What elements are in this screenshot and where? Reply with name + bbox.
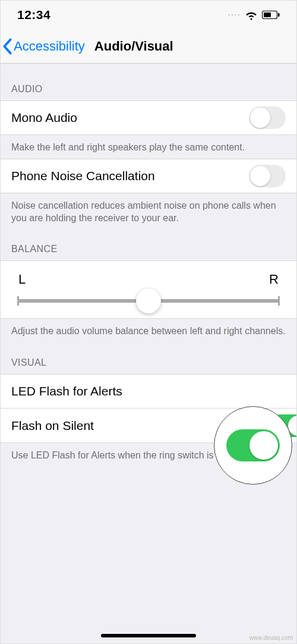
balance-right-label: R — [269, 272, 279, 287]
balance-slider-knob[interactable] — [136, 288, 161, 313]
svg-rect-1 — [264, 12, 271, 17]
led-flash-row: LED Flash for Alerts — [1, 374, 296, 409]
balance-slider[interactable] — [17, 299, 280, 303]
status-bar: 12:34 ···· — [1, 1, 296, 29]
annotation-magnifier — [214, 406, 292, 485]
noise-cancellation-row: Phone Noise Cancellation — [1, 159, 296, 193]
mono-audio-row: Mono Audio — [1, 100, 296, 135]
signal-dots-icon: ···· — [228, 10, 241, 20]
balance-left-label: L — [18, 272, 26, 287]
status-right: ···· — [228, 9, 280, 21]
balance-slider-panel: L R — [1, 260, 296, 319]
watermark: www.deuaq.com — [249, 634, 293, 641]
battery-icon — [262, 11, 280, 19]
section-header-balance: Balance — [1, 230, 296, 260]
balance-footer: Adjust the audio volume balance between … — [1, 319, 296, 343]
section-header-visual: Visual — [1, 342, 296, 374]
home-indicator[interactable] — [101, 634, 196, 637]
noise-cancellation-toggle[interactable] — [249, 165, 286, 187]
mono-audio-footer: Make the left and right speakers play th… — [1, 135, 296, 159]
led-flash-label: LED Flash for Alerts — [11, 384, 122, 398]
nav-bar: Accessibility Audio/Visual — [1, 29, 296, 64]
section-header-audio: Audio — [1, 64, 296, 100]
magnified-led-toggle-icon — [226, 429, 280, 461]
noise-cancellation-label: Phone Noise Cancellation — [11, 169, 155, 183]
back-label: Accessibility — [14, 39, 85, 54]
noise-cancellation-footer: Noise cancellation reduces ambient noise… — [1, 193, 296, 230]
wifi-icon — [245, 9, 257, 21]
chevron-left-icon — [2, 38, 12, 55]
back-button[interactable]: Accessibility — [2, 38, 85, 55]
page-title: Audio/Visual — [94, 39, 173, 54]
status-time: 12:34 — [17, 8, 50, 22]
mono-audio-toggle[interactable] — [249, 106, 286, 129]
flash-on-silent-label: Flash on Silent — [11, 419, 94, 433]
svg-rect-2 — [278, 13, 280, 17]
mono-audio-label: Mono Audio — [11, 111, 77, 125]
